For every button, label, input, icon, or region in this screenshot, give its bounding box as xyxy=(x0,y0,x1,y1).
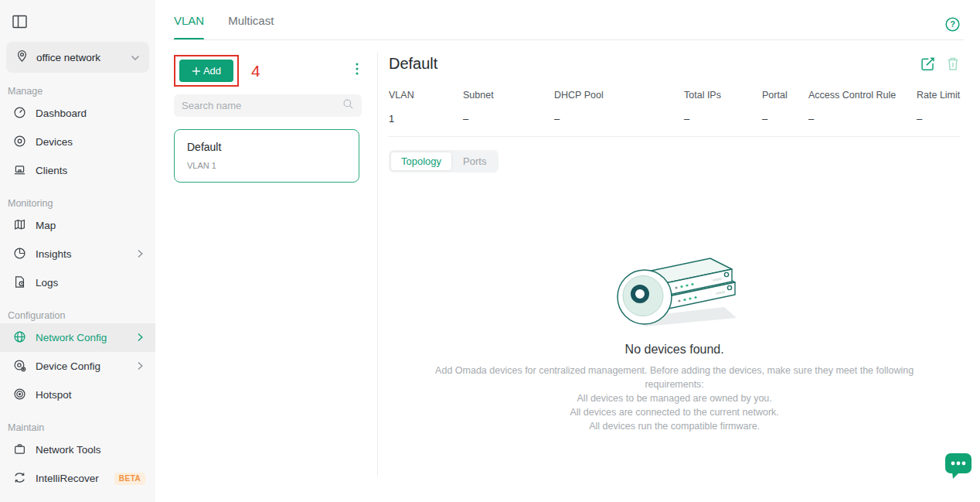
table-cell: – xyxy=(684,113,762,125)
sidebar-item-dashboard[interactable]: Dashboard xyxy=(0,99,155,128)
chevron-down-icon xyxy=(131,50,140,64)
empty-state-requirement: All devices are connected to the current… xyxy=(389,405,960,419)
delete-icon[interactable] xyxy=(946,56,960,71)
site-selector[interactable]: office network xyxy=(6,42,149,73)
empty-state-description: Add Omada devices for centralized manage… xyxy=(408,364,941,391)
sidebar-item-label: Devices xyxy=(36,136,73,148)
intellirecover-icon xyxy=(13,471,26,487)
chat-icon[interactable] xyxy=(943,450,974,483)
chevron-right-icon xyxy=(138,332,143,343)
table-cell: – xyxy=(762,113,808,125)
tab-label: VLAN xyxy=(174,14,204,27)
device-config-icon xyxy=(13,359,26,374)
svg-text:?: ? xyxy=(950,19,955,29)
col-header: Subnet xyxy=(463,90,554,101)
devices-icon xyxy=(13,135,26,150)
sidebar: office network Manage Dashboard Devices … xyxy=(0,0,155,502)
sidebar-item-label: Device Config xyxy=(36,360,100,372)
main-content: VLAN Multicast ? Add xyxy=(155,0,980,502)
sidebar-item-network-tools[interactable]: Network Tools xyxy=(0,435,155,464)
sidebar-item-clients[interactable]: Clients xyxy=(0,156,155,185)
tab-topology[interactable]: Topology xyxy=(391,152,451,170)
sidebar-item-insights[interactable]: Insights xyxy=(0,240,155,268)
sidebar-item-label: Network Config xyxy=(36,332,107,343)
empty-state-title: No devices found. xyxy=(389,343,960,357)
logs-icon xyxy=(13,275,26,291)
detail-divider xyxy=(389,136,960,137)
vlan-detail-panel: Default xyxy=(377,40,980,502)
sidebar-item-logs[interactable]: Logs xyxy=(0,268,155,297)
sidebar-item-label: Hotspot xyxy=(36,389,72,401)
panel-toggle-icon[interactable] xyxy=(12,15,28,29)
search-input[interactable] xyxy=(182,100,342,111)
vlan-card-id: VLAN 1 xyxy=(187,161,346,170)
sidebar-item-label: Network Tools xyxy=(36,444,101,456)
vlan-card-name: Default xyxy=(187,141,346,153)
detail-title: Default xyxy=(389,55,920,73)
section-label-configuration: Configuration xyxy=(8,310,155,321)
sidebar-item-label: Insights xyxy=(36,248,72,260)
sidebar-item-map[interactable]: Map xyxy=(0,211,155,240)
tab-label: Multicast xyxy=(228,14,274,27)
empty-state: No devices found. Add Omada devices for … xyxy=(389,253,960,433)
network-tools-icon xyxy=(13,442,26,458)
search-icon xyxy=(342,98,354,113)
sidebar-item-label: Clients xyxy=(36,165,67,176)
add-button-label: Add xyxy=(203,65,221,77)
search-box xyxy=(174,94,362,117)
table-cell: – xyxy=(917,113,960,125)
location-pin-icon xyxy=(15,50,29,66)
site-selector-label: office network xyxy=(36,52,123,63)
beta-badge: BETA xyxy=(114,473,145,485)
add-button[interactable]: Add xyxy=(179,60,233,82)
tab-vlan[interactable]: VLAN xyxy=(174,0,204,40)
kebab-menu-icon[interactable] xyxy=(356,63,359,78)
help-icon[interactable]: ? xyxy=(945,17,960,35)
hotspot-icon xyxy=(13,388,26,403)
tab-ports[interactable]: Ports xyxy=(453,152,496,170)
section-label-manage: Manage xyxy=(8,86,155,97)
sidebar-item-label: Dashboard xyxy=(36,108,87,119)
table-cell: – xyxy=(463,113,554,125)
sidebar-item-label: Map xyxy=(36,220,56,231)
sidebar-item-network-config[interactable]: Network Config xyxy=(0,323,155,352)
col-header: Portal xyxy=(762,90,808,101)
network-config-icon xyxy=(13,330,26,346)
sidebar-item-hotspot[interactable]: Hotspot xyxy=(0,381,155,409)
annotation-step-number: 4 xyxy=(251,62,260,80)
sidebar-item-devices[interactable]: Devices xyxy=(0,128,155,156)
dashboard-icon xyxy=(13,106,26,121)
col-header: Total IPs xyxy=(684,90,762,101)
empty-state-requirement: All devices to be managed are owned by y… xyxy=(389,391,960,405)
empty-state-requirement: All devices run the compatible firmware. xyxy=(389,419,960,433)
col-header: Rate Limit xyxy=(917,90,960,101)
table-cell: – xyxy=(554,113,684,125)
view-switch: Topology Ports xyxy=(389,150,499,172)
sidebar-item-intellirecover[interactable]: IntelliRecover BETA xyxy=(0,464,155,493)
section-label-maintain: Maintain xyxy=(8,422,155,433)
chevron-right-icon xyxy=(138,360,143,372)
sidebar-item-device-config[interactable]: Device Config xyxy=(0,352,155,381)
vlan-summary-table: VLAN Subnet DHCP Pool Total IPs Portal A… xyxy=(389,90,960,125)
sidebar-item-label: Logs xyxy=(36,277,58,289)
top-tabbar: VLAN Multicast ? xyxy=(155,0,980,40)
panel-divider xyxy=(377,53,378,476)
map-icon xyxy=(13,218,26,234)
clients-icon xyxy=(13,163,26,179)
vlan-card-default[interactable]: Default VLAN 1 xyxy=(174,129,359,183)
devices-illustration xyxy=(608,253,741,327)
plus-icon xyxy=(192,67,201,76)
vlan-list-panel: Add 4 Default VLAN 1 xyxy=(155,40,377,502)
tab-multicast[interactable]: Multicast xyxy=(228,0,274,40)
sidebar-item-label: IntelliRecover xyxy=(36,473,99,484)
table-cell: – xyxy=(808,113,917,125)
section-label-monitoring: Monitoring xyxy=(8,198,155,209)
col-header: VLAN xyxy=(389,90,463,101)
col-header: DHCP Pool xyxy=(554,90,684,101)
col-header: Access Control Rule xyxy=(808,90,917,101)
edit-icon[interactable] xyxy=(920,56,935,71)
chevron-right-icon xyxy=(138,248,143,260)
insights-icon xyxy=(13,247,26,262)
table-cell: 1 xyxy=(389,113,463,125)
